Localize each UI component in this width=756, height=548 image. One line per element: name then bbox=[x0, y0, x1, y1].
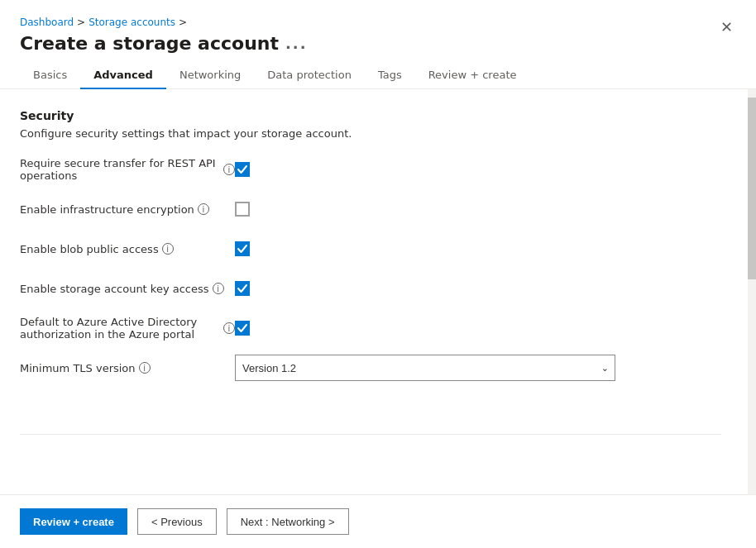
scrollbar-thumb[interactable] bbox=[748, 98, 756, 279]
dialog-header: Dashboard > Storage accounts > Create a … bbox=[0, 0, 756, 62]
info-icon-infrastructure-encryption[interactable]: i bbox=[198, 203, 209, 215]
scrollbar-track bbox=[748, 89, 756, 494]
checkmark-icon bbox=[237, 164, 247, 174]
field-require-secure-transfer: Require secure transfer for REST API ope… bbox=[20, 156, 721, 183]
checkmark-icon-key bbox=[237, 284, 247, 293]
close-button[interactable]: ✕ bbox=[717, 17, 736, 38]
previous-button[interactable]: < Previous bbox=[137, 508, 217, 535]
tab-basics[interactable]: Basics bbox=[20, 62, 80, 89]
checkbox-container-blob-public-access bbox=[235, 241, 250, 256]
header-left: Dashboard > Storage accounts > Create a … bbox=[20, 17, 308, 54]
checkbox-container-azure-ad bbox=[235, 321, 250, 336]
tab-data-protection[interactable]: Data protection bbox=[254, 62, 365, 89]
checkbox-container-storage-account-key-access bbox=[235, 281, 250, 296]
checkbox-infrastructure-encryption[interactable] bbox=[235, 202, 250, 217]
field-enable-infrastructure-encryption: Enable infrastructure encryption i bbox=[20, 196, 721, 222]
tabs-container: Basics Advanced Networking Data protecti… bbox=[0, 62, 756, 89]
label-minimum-tls-version: Minimum TLS version i bbox=[20, 362, 235, 374]
field-storage-account-key-access: Enable storage account key access i bbox=[20, 275, 721, 302]
review-create-button[interactable]: Review + create bbox=[20, 508, 127, 535]
field-minimum-tls-version: Minimum TLS version i Version 1.0 Versio… bbox=[20, 355, 721, 381]
tab-review-create[interactable]: Review + create bbox=[415, 62, 530, 89]
field-enable-blob-public-access: Enable blob public access i bbox=[20, 236, 721, 262]
page-title: Create a storage account bbox=[20, 33, 279, 54]
field-default-azure-ad: Default to Azure Active Directory author… bbox=[20, 315, 721, 341]
content-area: Security Configure security settings tha… bbox=[0, 89, 756, 494]
label-blob-public-access: Enable blob public access i bbox=[20, 243, 235, 255]
breadcrumb-sep1: > bbox=[77, 17, 85, 28]
info-icon-azure-ad[interactable]: i bbox=[223, 322, 235, 334]
checkbox-container-secure-transfer bbox=[235, 162, 250, 177]
label-storage-account-key-access: Enable storage account key access i bbox=[20, 283, 235, 295]
breadcrumb-dashboard[interactable]: Dashboard bbox=[20, 17, 74, 28]
checkbox-blob-public-access[interactable] bbox=[235, 241, 250, 256]
footer: Review + create < Previous Next : Networ… bbox=[0, 494, 756, 548]
label-infrastructure-encryption: Enable infrastructure encryption i bbox=[20, 203, 235, 216]
section-description: Configure security settings that impact … bbox=[20, 127, 721, 140]
next-button[interactable]: Next : Networking > bbox=[227, 508, 349, 535]
checkmark-icon-ad bbox=[237, 323, 247, 333]
scrollable-content: Security Configure security settings tha… bbox=[0, 89, 748, 494]
title-row: Create a storage account ... bbox=[20, 33, 308, 54]
breadcrumb-storage-accounts[interactable]: Storage accounts bbox=[89, 17, 175, 28]
select-wrapper-tls: Version 1.0 Version 1.1 Version 1.2 ⌄ bbox=[235, 355, 615, 381]
content-divider bbox=[20, 434, 721, 435]
label-require-secure-transfer: Require secure transfer for REST API ope… bbox=[20, 157, 235, 182]
info-icon-storage-account-key-access[interactable]: i bbox=[213, 283, 224, 294]
breadcrumb: Dashboard > Storage accounts > bbox=[20, 17, 308, 28]
info-icon-blob-public-access[interactable]: i bbox=[162, 243, 174, 255]
checkbox-azure-ad[interactable] bbox=[235, 321, 250, 336]
tab-tags[interactable]: Tags bbox=[365, 62, 415, 89]
info-icon-tls-version[interactable]: i bbox=[139, 362, 151, 374]
checkbox-container-infrastructure-encryption bbox=[235, 202, 250, 217]
more-options-icon[interactable]: ... bbox=[285, 35, 308, 52]
tab-networking[interactable]: Networking bbox=[166, 62, 254, 89]
checkbox-require-secure-transfer[interactable] bbox=[235, 162, 250, 177]
tab-advanced[interactable]: Advanced bbox=[80, 62, 166, 89]
checkmark-icon-blob bbox=[237, 244, 247, 254]
label-default-azure-ad: Default to Azure Active Directory author… bbox=[20, 316, 235, 341]
checkbox-storage-account-key-access[interactable] bbox=[235, 281, 250, 296]
breadcrumb-sep2: > bbox=[179, 17, 187, 28]
info-icon-secure-transfer[interactable]: i bbox=[223, 164, 235, 175]
section-title: Security bbox=[20, 109, 721, 122]
select-tls-version[interactable]: Version 1.0 Version 1.1 Version 1.2 bbox=[235, 355, 615, 381]
create-storage-dialog: Dashboard > Storage accounts > Create a … bbox=[0, 0, 756, 548]
